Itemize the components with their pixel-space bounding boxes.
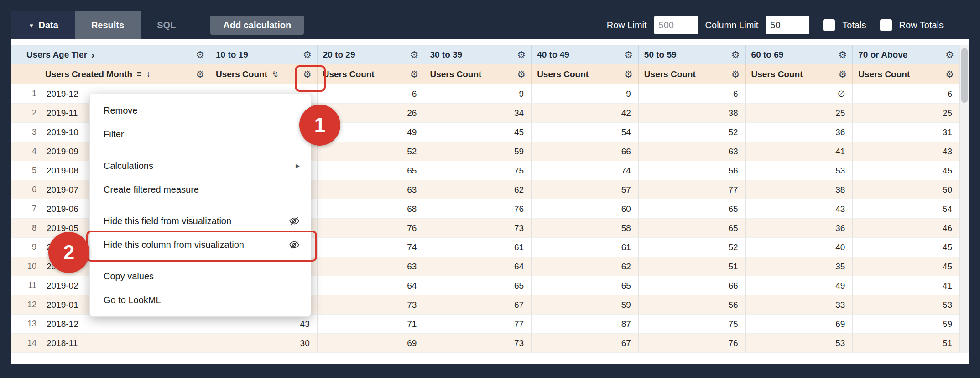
- tab-data[interactable]: ▾ Data: [11, 11, 75, 39]
- gear-icon[interactable]: ⚙: [838, 69, 847, 79]
- value-cell: 69: [745, 315, 853, 334]
- menu-item-hide-field[interactable]: Hide this field from visualization: [90, 209, 311, 233]
- gear-icon[interactable]: ⚙: [945, 69, 954, 79]
- dimension-header[interactable]: Users Created Month ≡ ↓ ⚙: [11, 64, 210, 84]
- measure-header[interactable]: Users Count⚙: [745, 64, 853, 84]
- totals-checkbox[interactable]: [823, 19, 835, 31]
- menu-item-hide-column[interactable]: Hide this column from visualization: [90, 233, 311, 257]
- gear-icon[interactable]: ⚙: [838, 50, 847, 59]
- gear-icon[interactable]: ⚙: [624, 69, 633, 79]
- gear-icon[interactable]: ⚙: [731, 50, 740, 59]
- measure-header[interactable]: Users Count⚙: [424, 64, 531, 84]
- measure-label: Users Count: [537, 69, 589, 79]
- measure-header[interactable]: Users Count⚙: [638, 64, 745, 84]
- row-number-cell: 13: [11, 315, 41, 334]
- pivot-value-label: 70 or Above: [858, 50, 907, 60]
- measure-header[interactable]: Users Count↯⚙: [210, 64, 317, 84]
- value-cell: 52: [638, 123, 745, 142]
- gear-icon[interactable]: ⚙: [731, 69, 740, 79]
- gear-icon[interactable]: ⚙: [517, 69, 526, 79]
- chevron-right-icon: ›: [91, 49, 94, 60]
- scrollbar-thumb[interactable]: [961, 48, 968, 103]
- tab-sql[interactable]: SQL: [141, 11, 192, 39]
- gear-icon[interactable]: ⚙: [196, 50, 204, 59]
- value-cell: 46: [852, 219, 959, 238]
- measure-header[interactable]: Users Count⚙: [531, 64, 638, 84]
- value-cell: 52: [638, 238, 745, 257]
- gear-icon[interactable]: ⚙: [303, 69, 312, 79]
- menu-item-go-to-lookml[interactable]: Go to LookML: [90, 288, 311, 312]
- value-cell: 74: [317, 238, 424, 257]
- value-cell: 77: [424, 315, 531, 334]
- value-cell: 34: [424, 104, 531, 123]
- menu-item-remove[interactable]: Remove: [90, 99, 311, 122]
- menu-item-filter[interactable]: Filter: [90, 122, 311, 146]
- menu-item-label: Remove: [104, 105, 137, 116]
- value-cell: 59: [424, 142, 531, 161]
- pivot-value-header[interactable]: 60 to 69⚙: [745, 45, 853, 64]
- row-number-cell: 9: [11, 238, 41, 257]
- eye-off-icon: [289, 239, 300, 250]
- value-cell: 62: [531, 257, 638, 276]
- value-cell: 53: [745, 334, 853, 353]
- value-cell: 43: [852, 142, 959, 161]
- vertical-scrollbar[interactable]: [959, 45, 969, 353]
- pivot-value-label: 10 to 19: [216, 50, 248, 60]
- pivot-value-header[interactable]: 10 to 19⚙: [210, 45, 317, 64]
- measure-label: Users Count: [858, 69, 910, 79]
- pivot-value-header[interactable]: 30 to 39⚙: [424, 45, 531, 64]
- pivot-value-header[interactable]: 20 to 29⚙: [317, 45, 424, 64]
- gear-icon[interactable]: ⚙: [410, 50, 419, 59]
- row-number-cell: 3: [11, 123, 41, 142]
- gear-icon[interactable]: ⚙: [624, 50, 633, 59]
- row-totals-checkbox[interactable]: [880, 19, 892, 31]
- row-limit-input[interactable]: [654, 16, 698, 34]
- value-cell: 57: [531, 180, 638, 200]
- value-cell: 77: [638, 180, 745, 200]
- row-number-cell: 14: [11, 334, 41, 353]
- menu-item-calculations[interactable]: Calculations ▸: [90, 154, 311, 178]
- pivot-value-header[interactable]: 50 to 59⚙: [638, 45, 745, 64]
- value-cell: 60: [531, 200, 638, 219]
- menu-item-create-filtered-measure[interactable]: Create filtered measure: [90, 178, 311, 201]
- value-cell: 65: [531, 276, 638, 295]
- tab-sql-label: SQL: [157, 20, 176, 31]
- value-cell: 9: [424, 84, 531, 104]
- row-number-cell: 4: [11, 142, 41, 161]
- pivot-value-header[interactable]: 40 to 49⚙: [531, 45, 638, 64]
- row-number-cell: 11: [11, 276, 41, 295]
- tab-results[interactable]: Results: [75, 11, 141, 39]
- totals-label: Totals: [842, 20, 866, 31]
- value-cell: 50: [852, 180, 959, 200]
- column-limit-label: Column Limit: [705, 20, 759, 31]
- column-limit-input[interactable]: [766, 16, 809, 34]
- gear-icon[interactable]: ⚙: [945, 50, 954, 59]
- measure-header[interactable]: Users Count⚙: [317, 64, 424, 84]
- gear-icon[interactable]: ⚙: [410, 69, 419, 79]
- add-calculation-button[interactable]: Add calculation: [210, 16, 304, 35]
- measure-header[interactable]: Users Count⚙: [852, 64, 959, 84]
- value-cell: 56: [638, 161, 745, 180]
- value-cell: 56: [638, 295, 745, 315]
- table-row: 132018-1243717787756959: [11, 315, 959, 334]
- value-cell: 53: [852, 295, 959, 315]
- sorted-indicator-icon: ↯: [272, 69, 279, 79]
- value-cell: 67: [531, 334, 638, 353]
- submenu-arrow-icon: ▸: [296, 161, 300, 171]
- gear-icon[interactable]: ⚙: [303, 50, 312, 59]
- value-cell: ∅: [745, 84, 853, 104]
- menu-item-copy-values[interactable]: Copy values: [90, 264, 311, 288]
- value-cell: 58: [531, 219, 638, 238]
- row-number-cell: 10: [11, 257, 41, 276]
- value-cell: 74: [531, 161, 638, 180]
- value-cell: 75: [638, 315, 745, 334]
- gear-icon[interactable]: ⚙: [196, 69, 204, 79]
- gear-icon[interactable]: ⚙: [517, 50, 526, 59]
- pivot-value-header[interactable]: 70 or Above⚙: [852, 45, 959, 64]
- value-cell: 66: [531, 142, 638, 161]
- value-cell: 53: [745, 161, 853, 180]
- menu-divider: [90, 150, 311, 150]
- pivot-field-header[interactable]: Users Age Tier › ⚙: [11, 45, 210, 64]
- pivot-header-row: Users Age Tier › ⚙ 10 to 19⚙20 to 29⚙30 …: [11, 45, 959, 64]
- row-number-cell: 12: [11, 295, 41, 315]
